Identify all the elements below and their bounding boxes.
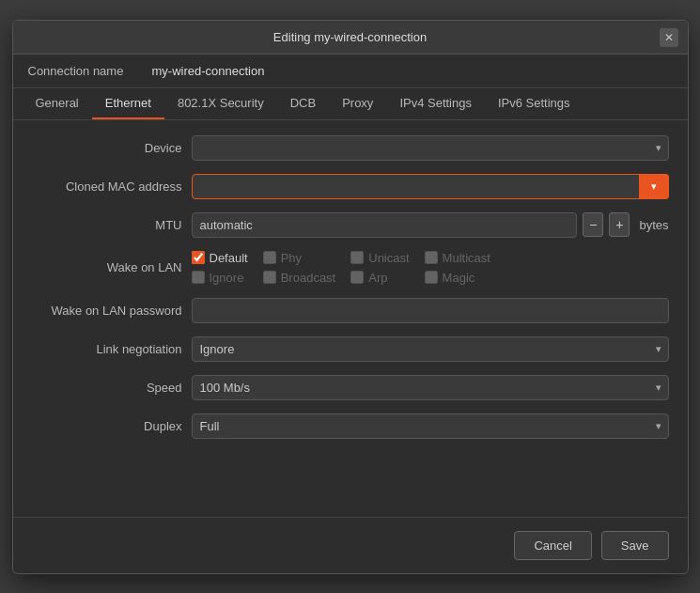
cloned-mac-row: Cloned MAC address ▾: [32, 174, 669, 199]
dialog-title: Editing my-wired-connection: [273, 30, 427, 44]
wake-broadcast-item[interactable]: Broadcast: [263, 271, 336, 285]
wake-multicast-item[interactable]: Multicast: [425, 251, 490, 265]
wake-unicast-label: Unicast: [368, 251, 409, 265]
mtu-plus-button[interactable]: +: [609, 212, 630, 237]
wake-on-lan-password-row: Wake on LAN password: [32, 298, 669, 323]
wake-phy-label: Phy: [281, 251, 302, 265]
wake-default-label: Default: [210, 251, 248, 265]
mtu-bytes-label: bytes: [639, 218, 668, 232]
link-negotiation-dropdown-wrap: Ignore Automatic Manual ▾: [192, 336, 669, 362]
wake-unicast-checkbox[interactable]: [350, 251, 364, 264]
wake-arp-checkbox[interactable]: [350, 271, 364, 284]
connection-name-value: my-wired-connection: [152, 64, 265, 78]
link-negotiation-select[interactable]: Ignore Automatic Manual: [192, 336, 669, 362]
link-negotiation-row: Link negotiation Ignore Automatic Manual…: [32, 336, 669, 362]
tab-proxy[interactable]: Proxy: [329, 88, 386, 119]
speed-select[interactable]: 100 Mb/s 10 Mb/s 1000 Mb/s: [192, 375, 669, 400]
tab-ethernet[interactable]: Ethernet: [92, 88, 164, 119]
wake-on-lan-label: Wake on LAN: [32, 260, 182, 274]
connection-name-label: Connection name: [28, 64, 141, 78]
wake-broadcast-label: Broadcast: [281, 271, 336, 285]
tab-dcb[interactable]: DCB: [277, 88, 329, 119]
wake-broadcast-checkbox[interactable]: [263, 271, 276, 284]
tab-8021x[interactable]: 802.1X Security: [164, 88, 277, 119]
wake-default-checkbox[interactable]: [192, 251, 205, 264]
close-button[interactable]: ✕: [660, 28, 678, 47]
device-select[interactable]: [192, 135, 669, 161]
wake-arp-item[interactable]: Arp: [350, 271, 409, 285]
footer: Cancel Save: [13, 517, 688, 573]
cloned-mac-input[interactable]: [192, 174, 669, 199]
wake-default-item[interactable]: Default: [192, 251, 248, 265]
wake-phy-item[interactable]: Phy: [263, 251, 336, 265]
form-area: Device ▾ Cloned MAC address ▾ MTU automa…: [13, 120, 688, 517]
save-button[interactable]: Save: [601, 531, 669, 560]
link-negotiation-label: Link negotiation: [32, 342, 182, 356]
mtu-minus-button[interactable]: −: [583, 212, 603, 237]
connection-name-bar: Connection name my-wired-connection: [13, 55, 688, 88]
wake-ignore-checkbox[interactable]: [192, 271, 205, 284]
tab-general[interactable]: General: [23, 88, 92, 119]
wake-magic-item[interactable]: Magic: [425, 271, 490, 285]
wake-ignore-label: Ignore: [210, 271, 244, 285]
wake-phy-checkbox[interactable]: [263, 251, 276, 264]
wake-arp-label: Arp: [368, 271, 387, 285]
device-row: Device ▾: [32, 135, 669, 161]
duplex-label: Duplex: [32, 419, 182, 433]
tab-ipv6[interactable]: IPv6 Settings: [485, 88, 583, 119]
title-bar: Editing my-wired-connection ✕: [13, 21, 688, 55]
cancel-button[interactable]: Cancel: [514, 531, 591, 560]
device-dropdown-wrap: ▾: [192, 135, 669, 161]
cloned-mac-dropdown-button[interactable]: ▾: [639, 174, 669, 199]
duplex-row: Duplex Full Half ▾: [32, 414, 669, 439]
mtu-row: MTU automatic − + bytes: [32, 212, 669, 238]
duplex-dropdown-wrap: Full Half ▾: [192, 414, 669, 439]
duplex-select[interactable]: Full Half: [192, 414, 669, 439]
mtu-input[interactable]: automatic: [192, 212, 578, 238]
wake-unicast-item[interactable]: Unicast: [350, 251, 409, 265]
wake-multicast-checkbox[interactable]: [425, 251, 438, 264]
wake-on-lan-row: Wake on LAN Default Phy Unicast Multicas…: [32, 251, 669, 285]
cloned-mac-label: Cloned MAC address: [32, 179, 182, 194]
speed-row: Speed 100 Mb/s 10 Mb/s 1000 Mb/s ▾: [32, 375, 669, 400]
dialog: Editing my-wired-connection ✕ Connection…: [12, 20, 689, 574]
wake-multicast-label: Multicast: [443, 251, 490, 265]
wake-magic-checkbox[interactable]: [425, 271, 438, 284]
wake-on-lan-password-label: Wake on LAN password: [32, 304, 182, 318]
tabs: General Ethernet 802.1X Security DCB Pro…: [13, 88, 688, 120]
wake-ignore-item[interactable]: Ignore: [192, 271, 248, 285]
speed-dropdown-wrap: 100 Mb/s 10 Mb/s 1000 Mb/s ▾: [192, 375, 669, 400]
speed-label: Speed: [32, 381, 182, 395]
device-label: Device: [32, 141, 182, 155]
wake-magic-label: Magic: [443, 271, 475, 285]
wake-on-lan-password-input[interactable]: [192, 298, 669, 323]
mtu-label: MTU: [32, 218, 182, 232]
tab-ipv4[interactable]: IPv4 Settings: [386, 88, 485, 119]
cloned-mac-wrap: ▾: [192, 174, 669, 199]
wake-on-lan-checkboxes: Default Phy Unicast Multicast Ignore Bro…: [192, 251, 490, 285]
